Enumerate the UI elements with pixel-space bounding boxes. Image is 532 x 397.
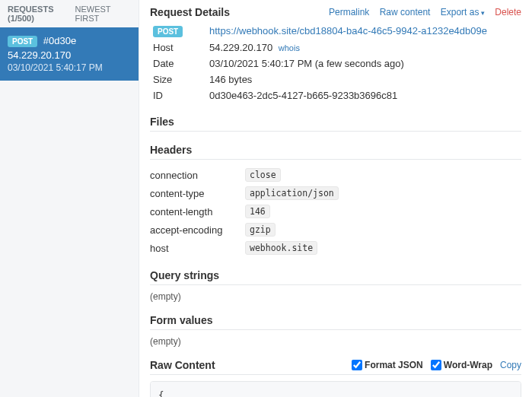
id-label: ID — [150, 87, 206, 103]
details-table: POST https://webhook.site/cbd18804-ba4c-… — [150, 23, 521, 103]
header-value: webhook.site — [245, 241, 317, 255]
whois-link[interactable]: whois — [279, 43, 300, 52]
files-heading: Files — [150, 116, 521, 132]
id-value: 0d30e463-2dc5-4127-b665-9233b3696c81 — [206, 87, 521, 103]
table-row: connection close — [150, 166, 521, 184]
query-empty: (empty) — [150, 291, 521, 302]
request-url[interactable]: https://webhook.site/cbd18804-ba4c-46c5-… — [209, 25, 487, 37]
copy-link[interactable]: Copy — [500, 360, 521, 370]
permalink-link[interactable]: Permalink — [329, 7, 369, 17]
table-row: host webhook.site — [150, 239, 521, 257]
host-value: 54.229.20.170 — [209, 42, 272, 53]
raw-content-link[interactable]: Raw content — [380, 7, 431, 17]
header-value: close — [245, 168, 281, 182]
date-label: Date — [150, 56, 206, 71]
size-label: Size — [150, 71, 206, 87]
format-json-label: Format JSON — [365, 360, 423, 370]
request-time: 03/10/2021 5:40:17 PM — [8, 62, 131, 73]
raw-content-box[interactable]: { "type": "completed", "version": 1, "ev… — [150, 381, 521, 397]
table-row: content-type application/json — [150, 184, 521, 202]
format-json-toggle[interactable]: Format JSON — [352, 360, 423, 370]
sort-toggle[interactable]: Newest First — [75, 5, 131, 23]
table-row: content-length 146 — [150, 202, 521, 221]
header-value: gzip — [245, 223, 276, 237]
header-value: 146 — [245, 205, 270, 218]
header-value: application/json — [245, 186, 339, 200]
date-value: 03/10/2021 5:40:17 PM (a few seconds ago… — [206, 56, 521, 71]
headers-table: connection close content-type applicatio… — [150, 166, 521, 257]
raw-heading: Raw Content — [150, 359, 215, 371]
header-name: content-type — [150, 184, 245, 202]
method-badge: POST — [153, 26, 183, 37]
request-list-item[interactable]: POST #0d30e 54.229.20.170 03/10/2021 5:4… — [0, 27, 139, 81]
table-row: accept-encoding gzip — [150, 221, 521, 239]
request-ip: 54.229.20.170 — [8, 49, 131, 61]
details-header-row: Request Details Permalink Raw content Ex… — [150, 6, 521, 18]
sidebar-header: REQUESTS (1/500) Newest First — [0, 0, 139, 27]
sidebar: REQUESTS (1/500) Newest First POST #0d30… — [0, 0, 139, 397]
export-as-dropdown[interactable]: Export as — [441, 7, 485, 17]
query-heading: Query strings — [150, 269, 521, 285]
details-title: Request Details — [150, 6, 230, 18]
form-empty: (empty) — [150, 336, 521, 347]
size-value: 146 bytes — [206, 71, 521, 87]
word-wrap-toggle[interactable]: Word-Wrap — [431, 360, 492, 370]
word-wrap-checkbox[interactable] — [431, 360, 441, 370]
method-badge: POST — [8, 36, 37, 47]
requests-count: REQUESTS (1/500) — [8, 5, 75, 23]
header-name: content-length — [150, 202, 245, 221]
request-short-id: #0d30e — [43, 35, 76, 46]
header-name: connection — [150, 166, 245, 184]
raw-controls: Format JSON Word-Wrap Copy — [352, 360, 521, 370]
headers-heading: Headers — [150, 144, 521, 160]
header-name: accept-encoding — [150, 221, 245, 239]
delete-link[interactable]: Delete — [495, 7, 521, 17]
form-heading: Form values — [150, 314, 521, 330]
word-wrap-label: Word-Wrap — [444, 360, 492, 370]
format-json-checkbox[interactable] — [352, 360, 362, 370]
host-label: Host — [150, 40, 206, 56]
raw-header-row: Raw Content Format JSON Word-Wrap Copy — [150, 359, 521, 375]
main-panel: Request Details Permalink Raw content Ex… — [139, 0, 532, 397]
details-actions: Permalink Raw content Export as Delete — [321, 7, 521, 17]
header-name: host — [150, 239, 245, 257]
